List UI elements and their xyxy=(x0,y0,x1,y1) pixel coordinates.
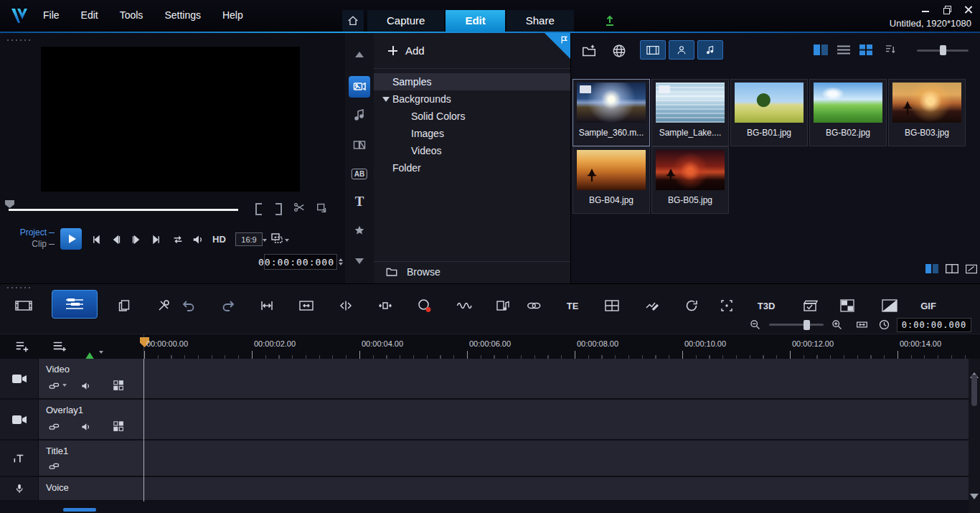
vertical-scroll-thumb[interactable] xyxy=(971,375,977,406)
redo-button[interactable] xyxy=(215,293,241,319)
previous-frame-button[interactable] xyxy=(109,232,123,247)
browse-row[interactable]: Browse xyxy=(374,261,570,282)
web-media-globe-icon[interactable] xyxy=(611,43,627,59)
copy-button[interactable] xyxy=(111,293,137,319)
gif-creator-button[interactable]: GIF xyxy=(915,293,941,319)
ripple-edit-toggle[interactable] xyxy=(85,342,95,352)
overlay-mosaic-toggle[interactable] xyxy=(113,421,124,432)
media-item[interactable]: BG-B04.jpg xyxy=(573,146,650,214)
multicam-editor-button[interactable] xyxy=(599,293,625,319)
menu-tools[interactable]: Tools xyxy=(120,9,143,21)
tab-edit[interactable]: Edit xyxy=(446,10,504,32)
title-track-lane[interactable] xyxy=(143,441,969,477)
options-panel-toggle-icon[interactable] xyxy=(946,264,958,273)
tab-capture[interactable]: Capture xyxy=(367,10,444,32)
horizontal-scrollbar[interactable] xyxy=(0,502,969,513)
timeline-ruler[interactable]: 00:00:00.00 00:00:02.00 00:00:04.00 00:0… xyxy=(143,334,969,359)
motion-tracking-button[interactable] xyxy=(679,293,705,319)
project-mode-toggle[interactable]: Project xyxy=(13,227,55,238)
title-track-icon-cell[interactable] xyxy=(0,441,39,477)
thumbnail-zoom-handle[interactable] xyxy=(940,45,946,55)
collapse-arrow-icon[interactable] xyxy=(382,97,390,102)
pin-corner[interactable] xyxy=(545,33,570,59)
voice-track-icon-cell[interactable] xyxy=(0,477,39,502)
voice-track-lane[interactable] xyxy=(143,477,969,502)
restore-button[interactable] xyxy=(943,5,951,14)
media-item[interactable]: BG-B03.jpg xyxy=(888,79,966,146)
library-panel-view-button[interactable] xyxy=(814,44,828,55)
video-track-icon-cell[interactable] xyxy=(0,359,39,400)
thumbnail-view-button[interactable] xyxy=(859,44,872,55)
overlay-track-lane[interactable] xyxy=(143,400,969,441)
zoom-in-button[interactable] xyxy=(831,319,843,331)
filter-audio-button[interactable] xyxy=(697,40,723,60)
voice-track-header[interactable]: Voice xyxy=(39,477,143,502)
video-mosaic-toggle[interactable] xyxy=(113,380,124,391)
storyboard-view-button[interactable] xyxy=(11,293,37,319)
panel-drag-handle[interactable] xyxy=(6,39,33,42)
video-track-header[interactable]: Video xyxy=(39,359,143,400)
zoom-out-button[interactable] xyxy=(749,319,761,331)
ripple-edit-dropdown-icon[interactable] xyxy=(99,347,103,358)
mask-creator-button[interactable] xyxy=(714,293,740,319)
toolbar-drag-handle[interactable] xyxy=(6,286,33,289)
scrub-bar[interactable] xyxy=(9,209,238,211)
menu-edit[interactable]: Edit xyxy=(81,9,98,21)
mask-blur-button[interactable] xyxy=(521,293,547,319)
split-clip-scissors-icon[interactable] xyxy=(293,201,306,214)
duration-clock-button[interactable] xyxy=(878,319,890,331)
nav-scroll-up-icon[interactable] xyxy=(355,52,364,57)
title-ab-category-button[interactable]: AB xyxy=(352,168,367,179)
home-button[interactable] xyxy=(342,10,364,32)
resize-frame-button[interactable] xyxy=(293,293,319,319)
clip-mode-toggle[interactable]: Clip xyxy=(13,238,55,250)
aspect-ratio-select[interactable]: 16:9 xyxy=(235,232,263,246)
undo-button[interactable] xyxy=(176,293,202,319)
volume-button[interactable] xyxy=(191,232,205,247)
add-folder-button[interactable]: Add xyxy=(405,44,425,57)
3d-title-editor-button[interactable]: T3D xyxy=(753,293,779,319)
go-to-end-button[interactable] xyxy=(149,232,164,247)
transition-category-button[interactable] xyxy=(352,138,367,152)
horizontal-scroll-thumb[interactable] xyxy=(63,508,96,512)
paint-creator-button[interactable] xyxy=(640,293,666,319)
scroll-down-icon[interactable] xyxy=(970,499,979,510)
list-view-button[interactable] xyxy=(837,44,851,55)
timeline-timecode[interactable]: 0:00:00.000 xyxy=(897,318,971,332)
aspect-dropdown-icon[interactable] xyxy=(263,235,267,246)
video-mute-toggle[interactable] xyxy=(80,380,92,392)
timecode-spinner[interactable] xyxy=(339,256,343,268)
sort-button[interactable] xyxy=(884,43,897,55)
title-track-header[interactable]: Title1 xyxy=(39,441,143,477)
graphics-category-button[interactable] xyxy=(353,224,366,237)
media-item[interactable]: BG-B01.jpg xyxy=(730,79,808,146)
export-upload-icon[interactable] xyxy=(603,13,617,27)
go-to-start-button[interactable] xyxy=(89,232,103,247)
play-button[interactable] xyxy=(60,228,82,250)
title-category-button[interactable]: T xyxy=(355,194,364,210)
track-manager-button[interactable] xyxy=(14,339,30,354)
tree-item-backgrounds[interactable]: Backgrounds xyxy=(374,90,570,108)
media-item[interactable]: Sample_Lake.... xyxy=(651,79,729,146)
media-category-button[interactable] xyxy=(349,76,370,98)
minimize-button[interactable] xyxy=(921,5,930,14)
enlarge-preview-icon[interactable] xyxy=(316,201,329,214)
add-track-button[interactable] xyxy=(52,339,67,354)
overlay-track-icon-cell[interactable] xyxy=(0,400,39,441)
filter-photos-button[interactable] xyxy=(669,40,694,60)
auto-music-button[interactable] xyxy=(490,293,516,319)
record-capture-button[interactable] xyxy=(412,293,438,319)
extend-clip-button[interactable] xyxy=(372,293,398,319)
tree-item-videos[interactable]: Videos xyxy=(374,142,570,159)
subtitle-editor-button[interactable]: TE xyxy=(560,293,585,319)
fit-project-button[interactable] xyxy=(254,293,280,319)
preview-timecode[interactable]: 00:00:00:000 xyxy=(264,254,337,270)
fit-timeline-button[interactable] xyxy=(855,319,869,331)
vertical-scrollbar[interactable] xyxy=(969,359,980,513)
scrub-marker[interactable] xyxy=(5,200,14,208)
trim-split-button[interactable] xyxy=(333,293,359,319)
filter-videos-button[interactable] xyxy=(640,40,666,60)
menu-file[interactable]: File xyxy=(43,9,60,21)
media-item[interactable]: BG-B02.jpg xyxy=(809,79,887,146)
overlay-link-toggle[interactable] xyxy=(49,421,60,433)
